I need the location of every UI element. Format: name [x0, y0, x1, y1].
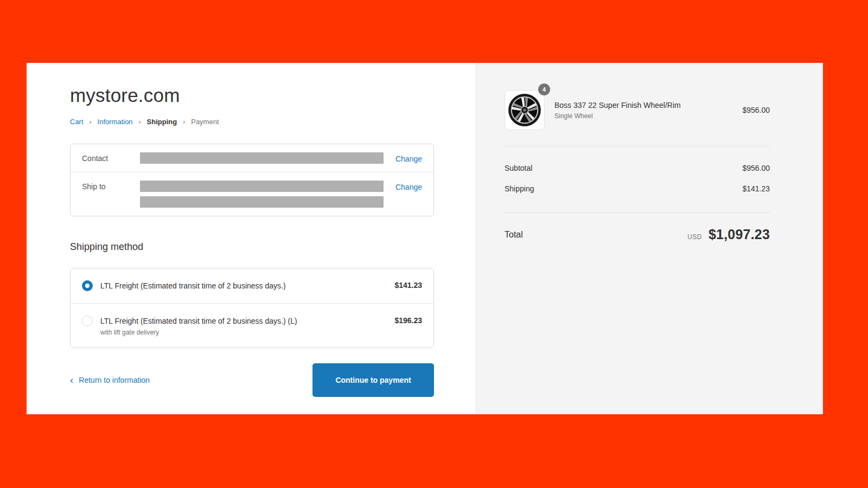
total-label: Total: [505, 230, 523, 240]
contact-review-row: Contact Change: [71, 144, 433, 172]
ship-to-value-redacted: [140, 181, 384, 208]
breadcrumb-shipping: Shipping: [147, 118, 177, 126]
product-variant: Single Wheel: [554, 112, 681, 120]
total-divider: [505, 212, 770, 213]
wheel-rim-icon: [507, 92, 542, 128]
redacted-bar: [140, 152, 384, 164]
product-price: $956.00: [742, 106, 770, 114]
currency-code: USD: [687, 233, 702, 241]
shipping-row: Shipping $141.23: [505, 181, 770, 196]
back-link-label: Return to information: [79, 376, 150, 384]
chevron-right-icon: ›: [90, 118, 92, 126]
shipping-option-label: LTL Freight (Estimated transit time of 2…: [100, 280, 286, 292]
store-name: mystore.com: [70, 85, 434, 106]
contact-action: Change: [395, 152, 422, 164]
checkout-main-panel: mystore.com Cart › Information › Shippin…: [27, 63, 476, 414]
cart-line-item: 4 Boss 337 22 Super Finish Wheel/Rim Sin…: [505, 90, 770, 130]
return-to-information-link[interactable]: ‹ Return to information: [70, 376, 150, 384]
shipping-option-price: $196.23: [394, 315, 422, 325]
product-image-wheel: [505, 90, 545, 130]
redacted-bar: [140, 196, 384, 208]
product-info: Boss 337 22 Super Finish Wheel/Rim Singl…: [554, 101, 681, 120]
redacted-bar: [140, 181, 384, 192]
contact-label: Contact: [82, 152, 140, 163]
ship-to-label: Ship to: [82, 181, 140, 191]
shipping-option-label: LTL Freight (Estimated transit time of 2…: [100, 315, 297, 327]
summary-divider: [505, 146, 770, 146]
subtotal-row: Subtotal $956.00: [505, 160, 770, 176]
review-box: Contact Change Ship to Change: [70, 144, 434, 216]
grand-total-right: USD $1,097.23: [687, 227, 770, 242]
shipping-option-sublabel: with lift gate delivery: [100, 329, 297, 336]
chevron-right-icon: ›: [139, 118, 141, 126]
subtotal-label: Subtotal: [505, 164, 532, 172]
checkout-card: mystore.com Cart › Information › Shippin…: [27, 63, 823, 414]
breadcrumb-payment: Payment: [191, 118, 219, 126]
chevron-right-icon: ›: [183, 118, 185, 126]
radio-unselected-icon[interactable]: [82, 316, 93, 326]
ship-to-change-link[interactable]: Change: [395, 183, 422, 191]
shipping-method-heading: Shipping method: [70, 241, 434, 253]
shipping-option-ltl-freight-liftgate[interactable]: LTL Freight (Estimated transit time of 2…: [71, 303, 433, 348]
breadcrumb-cart[interactable]: Cart: [70, 118, 84, 126]
ship-to-review-row: Ship to Change: [71, 172, 433, 216]
total-value: $1,097.23: [709, 227, 770, 242]
shipping-option-ltl-freight[interactable]: LTL Freight (Estimated transit time of 2…: [71, 268, 433, 303]
subtotal-value: $956.00: [742, 164, 770, 172]
breadcrumb-information[interactable]: Information: [98, 118, 133, 126]
shipping-label: Shipping: [505, 184, 534, 193]
option-text: LTL Freight (Estimated transit time of 2…: [100, 280, 286, 292]
grand-total-row: Total USD $1,097.23: [505, 227, 770, 242]
ship-to-action: Change: [395, 181, 422, 192]
breadcrumb: Cart › Information › Shipping › Payment: [70, 118, 434, 126]
product-thumbnail-wrap: 4: [505, 90, 545, 130]
radio-selected-icon[interactable]: [82, 280, 93, 291]
shipping-option-price: $141.23: [394, 280, 422, 290]
order-summary-panel: 4 Boss 337 22 Super Finish Wheel/Rim Sin…: [476, 63, 823, 414]
continue-to-payment-button[interactable]: Continue to payment: [312, 363, 434, 397]
contact-value-redacted: [140, 152, 384, 164]
shipping-value: $141.23: [742, 184, 770, 193]
totals-section: Subtotal $956.00 Shipping $141.23: [505, 160, 770, 196]
step-footer: ‹ Return to information Continue to paym…: [70, 363, 434, 397]
chevron-left-icon: ‹: [70, 376, 73, 384]
product-name: Boss 337 22 Super Finish Wheel/Rim: [554, 101, 681, 110]
option-text: LTL Freight (Estimated transit time of 2…: [100, 315, 297, 336]
shipping-options-box: LTL Freight (Estimated transit time of 2…: [70, 268, 434, 348]
contact-change-link[interactable]: Change: [395, 155, 422, 163]
quantity-badge: 4: [538, 84, 550, 95]
